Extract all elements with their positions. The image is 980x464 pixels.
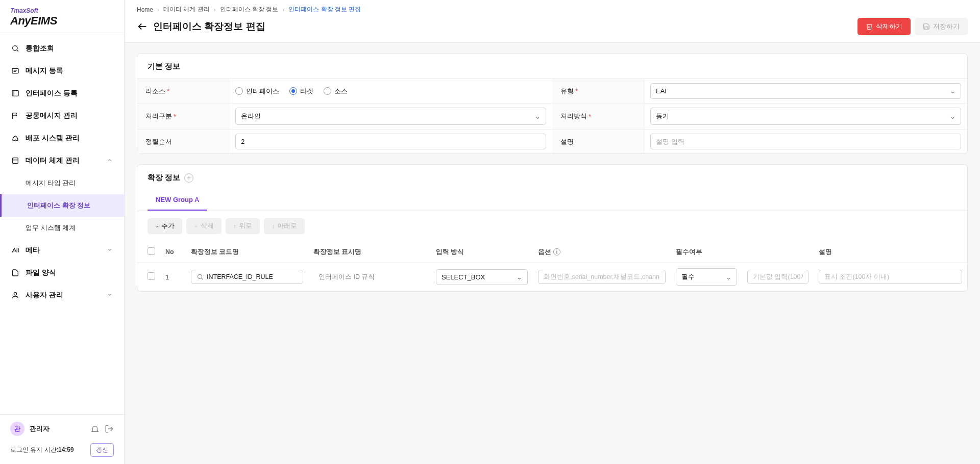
add-row-button[interactable]: +추가 bbox=[148, 218, 182, 234]
label-process-div: 처리구분* bbox=[137, 104, 229, 129]
description-input[interactable] bbox=[650, 134, 961, 149]
type-select[interactable]: EAI ⌄ bbox=[650, 83, 961, 99]
flag-icon bbox=[11, 112, 19, 120]
sidebar-item-meta[interactable]: 메타 bbox=[0, 239, 124, 262]
col-options: 옵션i bbox=[533, 241, 671, 263]
avatar[interactable]: 관 bbox=[10, 422, 24, 436]
tab-group-a[interactable]: NEW Group A bbox=[148, 190, 207, 211]
move-down-button[interactable]: ↓아래로 bbox=[264, 218, 305, 234]
basic-info-title: 기본 정보 bbox=[137, 54, 967, 79]
sidebar-footer: 관 관리자 로그인 유지 시간:14:59 갱신 bbox=[0, 414, 124, 464]
move-up-button[interactable]: ↑위로 bbox=[226, 218, 260, 234]
rocket-icon bbox=[11, 134, 19, 142]
display-name-value: 인터페이스 ID 규칙 bbox=[313, 270, 380, 283]
sidebar-item-search[interactable]: 통합조회 bbox=[0, 37, 124, 60]
user-name: 관리자 bbox=[30, 424, 85, 433]
col-no: No bbox=[160, 241, 186, 263]
extended-info-table: No 확장정보 코드명 확장정보 표시명 입력 방식 옵션i 필수여부 설명 bbox=[137, 241, 967, 291]
radio-target[interactable]: 타겟 bbox=[289, 87, 313, 96]
sidebar-sub-interface-ext[interactable]: 인터페이스 확장 정보 bbox=[0, 194, 124, 217]
sidebar-item-message-reg[interactable]: 메시지 등록 bbox=[0, 60, 124, 82]
basic-info-card: 기본 정보 리소스* 인터페이스 타겟 소스 유형* bbox=[137, 53, 968, 154]
save-button[interactable]: 저장하기 bbox=[915, 18, 968, 35]
sidebar-item-deploy[interactable]: 배포 시스템 관리 bbox=[0, 127, 124, 149]
arrow-down-icon: ↓ bbox=[272, 223, 275, 230]
extended-info-title: 확장 정보 bbox=[148, 173, 180, 183]
row-no: 1 bbox=[160, 263, 186, 291]
label-description: 설명 bbox=[552, 130, 644, 153]
delete-button[interactable]: 삭제하기 bbox=[857, 18, 911, 35]
sidebar-sub-msg-type[interactable]: 메시지 타입 관리 bbox=[26, 172, 124, 194]
search-icon bbox=[197, 273, 204, 280]
page-title: 인터페이스 확장정보 편집 bbox=[153, 20, 857, 33]
add-group-button[interactable]: + bbox=[184, 173, 193, 183]
sidebar-item-file-format[interactable]: 파일 양식 bbox=[0, 262, 124, 284]
label-type: 유형* bbox=[552, 79, 644, 103]
crumb-data-mgmt[interactable]: 데이터 체계 관리 bbox=[163, 5, 210, 14]
sidebar-item-user-mgmt[interactable]: 사용자 관리 bbox=[0, 284, 124, 306]
message-icon bbox=[11, 67, 19, 75]
chevron-down-icon: ⌄ bbox=[535, 113, 541, 120]
label-sort-order: 정렬순서 bbox=[137, 130, 229, 153]
label-resource: 리소스* bbox=[137, 79, 229, 103]
table-row: 1 INTERFACE_ID_RULE 인터페이스 ID 규칙 SEL bbox=[137, 263, 967, 291]
radio-interface[interactable]: 인터페이스 bbox=[235, 87, 279, 96]
svg-point-11 bbox=[198, 274, 202, 278]
crumb-interface-ext[interactable]: 인터페이스 확장 정보 bbox=[220, 5, 279, 14]
crumb-home[interactable]: Home bbox=[137, 6, 153, 13]
svg-point-0 bbox=[13, 46, 17, 50]
delete-row-button[interactable]: −삭제 bbox=[186, 218, 221, 234]
group-tabs: NEW Group A bbox=[137, 190, 967, 211]
bell-icon[interactable] bbox=[90, 424, 100, 433]
refresh-button[interactable]: 갱신 bbox=[90, 443, 114, 457]
col-display-name: 확장정보 표시명 bbox=[308, 241, 431, 263]
breadcrumb: Home › 데이터 체계 관리 › 인터페이스 확장 정보 › 인터페이스 확… bbox=[137, 5, 968, 14]
sort-order-input[interactable] bbox=[235, 134, 546, 149]
input-type-select[interactable]: SELECT_BOX ⌄ bbox=[436, 269, 528, 285]
row-checkbox[interactable] bbox=[148, 272, 155, 280]
sidebar-item-interface-reg[interactable]: 인터페이스 등록 bbox=[0, 82, 124, 105]
logo-product: AnyEIMS bbox=[10, 14, 114, 28]
chevron-down-icon bbox=[107, 292, 113, 299]
chevron-down-icon: ⌄ bbox=[950, 87, 955, 95]
radio-source[interactable]: 소스 bbox=[324, 87, 348, 96]
col-input-type: 입력 방식 bbox=[431, 241, 533, 263]
sidebar-item-common-msg[interactable]: 공통메시지 관리 bbox=[0, 105, 124, 127]
session-label: 로그인 유지 시간:14:59 bbox=[10, 446, 74, 454]
chevron-right-icon: › bbox=[157, 6, 159, 13]
logout-icon[interactable] bbox=[105, 424, 114, 433]
logo-company: TmaxSoft bbox=[10, 7, 114, 14]
search-icon bbox=[11, 44, 19, 53]
required-select[interactable]: 필수 ⌄ bbox=[676, 268, 737, 286]
code-name-input[interactable]: INTERFACE_ID_RULE bbox=[191, 270, 303, 284]
sidebar-item-data-system[interactable]: 데이터 체계 관리 bbox=[0, 149, 124, 172]
interface-icon bbox=[11, 89, 19, 97]
svg-rect-7 bbox=[13, 158, 18, 164]
data-icon bbox=[11, 157, 19, 165]
process-method-select[interactable]: 동기 ⌄ bbox=[650, 108, 961, 125]
extended-info-card: 확장 정보 + NEW Group A +추가 −삭제 ↑위로 ↓아래로 bbox=[137, 164, 968, 292]
svg-point-9 bbox=[14, 293, 16, 295]
logo[interactable]: TmaxSoft AnyEIMS bbox=[0, 0, 124, 33]
sidebar-sub-biz-system[interactable]: 업무 시스템 체계 bbox=[26, 217, 124, 239]
resource-radio-group: 인터페이스 타겟 소스 bbox=[235, 87, 348, 96]
options-input[interactable] bbox=[538, 270, 666, 284]
plus-icon: + bbox=[155, 223, 159, 230]
back-button[interactable] bbox=[137, 21, 148, 32]
trash-icon bbox=[866, 23, 873, 30]
default-input[interactable] bbox=[747, 270, 808, 284]
select-all-checkbox[interactable] bbox=[148, 247, 155, 255]
file-icon bbox=[11, 269, 19, 277]
process-div-select[interactable]: 온라인 ⌄ bbox=[235, 108, 546, 125]
svg-line-1 bbox=[17, 50, 18, 51]
col-description: 설명 bbox=[814, 241, 967, 263]
minus-icon: − bbox=[194, 223, 198, 230]
svg-rect-5 bbox=[12, 91, 18, 96]
chevron-right-icon: › bbox=[214, 6, 216, 13]
label-process-method: 처리방식* bbox=[552, 104, 644, 129]
chevron-down-icon bbox=[107, 247, 113, 254]
info-icon[interactable]: i bbox=[553, 248, 560, 255]
chevron-down-icon: ⌄ bbox=[950, 113, 955, 120]
row-description-input[interactable] bbox=[819, 270, 962, 284]
sidebar-nav: 통합조회 메시지 등록 인터페이스 등록 공통메시지 관리 배포 시스템 관리 … bbox=[0, 33, 124, 414]
